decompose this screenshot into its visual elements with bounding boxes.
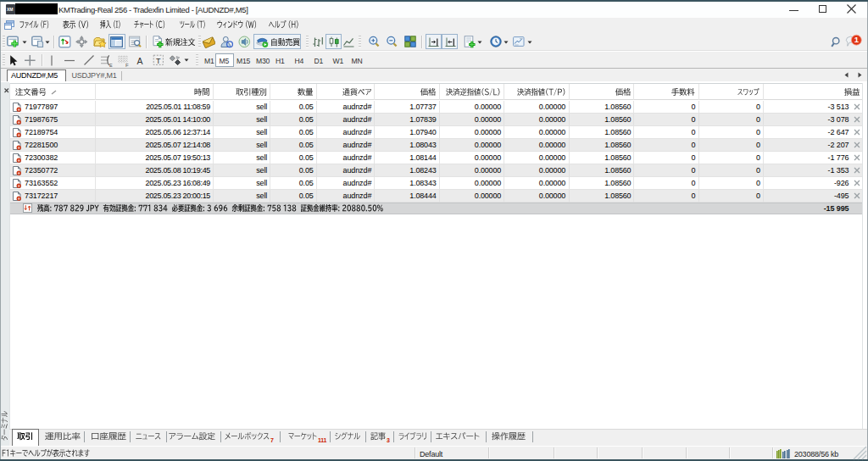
svg-text:E: E bbox=[109, 63, 113, 68]
svg-text:1: 1 bbox=[854, 35, 860, 44]
svg-text:F: F bbox=[125, 63, 129, 68]
svg-text:T: T bbox=[156, 57, 161, 65]
